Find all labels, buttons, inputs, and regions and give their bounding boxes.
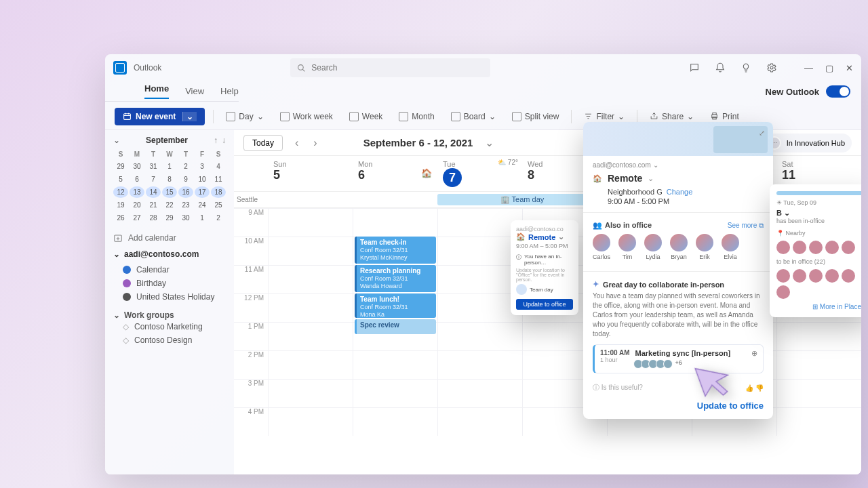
thumbs-down[interactable]: 👎 <box>755 384 764 392</box>
mini-cal-day[interactable]: 15 <box>162 186 177 198</box>
new-outlook-toggle[interactable] <box>826 85 850 98</box>
mini-cal-day[interactable]: 13 <box>130 186 144 198</box>
search-box[interactable] <box>290 58 490 77</box>
person-avatar[interactable]: Elvia <box>722 234 739 260</box>
tab-view[interactable]: View <box>185 86 204 96</box>
mini-cal-day[interactable]: 10 <box>195 174 210 185</box>
range-dropdown[interactable]: ⌄ <box>485 136 494 149</box>
mini-cal-day[interactable]: 29 <box>113 161 128 172</box>
calendar-item[interactable]: Calendar <box>113 263 226 277</box>
work-groups-header[interactable]: ⌄ Work groups <box>113 310 226 320</box>
mini-cal-day[interactable]: 5 <box>113 174 128 185</box>
date-range[interactable]: September 6 - 12, 2021 <box>363 137 473 148</box>
group-item[interactable]: ◇Contoso Design <box>113 333 226 347</box>
view-week[interactable]: Week <box>345 109 387 124</box>
add-person-icon[interactable]: ⊕ <box>751 349 757 358</box>
team-day-banner[interactable]: 🏢 Team day <box>437 194 607 205</box>
mini-cal-next[interactable]: ↓ <box>222 136 226 145</box>
more-in-places-link[interactable]: ⊞ More in Places <box>776 303 861 310</box>
calendar-event[interactable]: Research planningConf Room 32/31Wanda Ho… <box>355 265 436 292</box>
mini-cal-day[interactable]: 1 <box>162 161 177 172</box>
meeting-card[interactable]: 11:00 AM 1 hour Marketing sync [In-perso… <box>593 344 764 373</box>
view-month[interactable]: Month <box>395 109 438 124</box>
mini-cal-day[interactable]: 11 <box>211 174 226 185</box>
mini-cal-chevron[interactable]: ⌄ <box>113 136 120 145</box>
mini-cal-day[interactable]: 22 <box>162 199 177 211</box>
mini-cal-day[interactable]: 4 <box>211 161 226 172</box>
search-input[interactable] <box>311 63 484 73</box>
mini-cal-day[interactable]: 31 <box>146 161 161 172</box>
mini-cal-day[interactable]: 12 <box>113 186 128 198</box>
calendar-item[interactable]: Birthday <box>113 277 226 290</box>
mini-cal-day[interactable]: 30 <box>130 161 144 172</box>
change-link[interactable]: Change <box>667 188 693 196</box>
calendar-event[interactable]: Team lunch!Conf Room 32/31Mona Ka <box>355 293 436 318</box>
tips-icon[interactable] <box>741 62 751 73</box>
person-avatar[interactable]: Bryan <box>670 234 688 260</box>
mini-cal-day[interactable]: 7 <box>146 174 161 185</box>
mini-cal-day[interactable]: 28 <box>146 212 161 224</box>
mini-cal-day[interactable]: 2 <box>178 161 193 172</box>
day-column[interactable] <box>437 208 522 436</box>
thumbs-up[interactable]: 👍 <box>745 384 753 392</box>
person-avatar[interactable]: Carlos <box>593 234 610 260</box>
tooltip-update-button[interactable]: Update to office <box>516 299 573 310</box>
mini-cal-day[interactable]: 29 <box>162 212 177 224</box>
bell-icon[interactable] <box>715 62 726 73</box>
view-board[interactable]: Board⌄ <box>447 109 500 124</box>
maximize-button[interactable]: ▢ <box>825 63 833 73</box>
mini-cal-day[interactable]: 18 <box>211 186 226 198</box>
day-column[interactable]: Team check-inConf Room 32/31Krystal McKi… <box>353 208 437 436</box>
mini-cal-day[interactable]: 16 <box>178 186 193 198</box>
new-event-button[interactable]: New event ⌄ <box>115 108 205 125</box>
calendar-event[interactable]: Team check-inConf Room 32/31Krystal McKi… <box>355 237 436 264</box>
new-event-dropdown[interactable]: ⌄ <box>182 112 197 121</box>
mini-calendar[interactable]: SMTWTFS293031123456789101112131415161718… <box>113 149 226 224</box>
view-split[interactable]: Split view <box>508 109 564 124</box>
mini-cal-day[interactable]: 6 <box>130 174 144 185</box>
mini-cal-day[interactable]: 24 <box>195 199 210 211</box>
mini-cal-day[interactable]: 9 <box>178 174 193 185</box>
account-header[interactable]: ⌄ aadi@contoso.com <box>113 249 226 259</box>
mini-cal-day[interactable]: 27 <box>130 212 144 224</box>
day-header[interactable]: ⛅ 72°Tue7 <box>437 156 522 191</box>
mini-cal-day[interactable]: 19 <box>113 199 128 211</box>
mini-cal-day[interactable]: 30 <box>178 212 193 224</box>
mini-cal-day[interactable]: 14 <box>146 186 161 198</box>
view-day[interactable]: Day⌄ <box>222 109 267 124</box>
mini-cal-day[interactable]: 26 <box>113 212 128 224</box>
expand-icon[interactable]: ⤢ <box>759 129 765 138</box>
day-header[interactable]: Mon6🏠 <box>353 156 437 191</box>
view-workweek[interactable]: Work week <box>276 109 337 124</box>
mini-cal-day[interactable]: 2 <box>211 212 226 224</box>
person-avatar[interactable]: Tim <box>618 234 636 260</box>
see-more-link[interactable]: See more ⧉ <box>728 222 764 230</box>
mini-cal-day[interactable]: 23 <box>178 199 193 211</box>
today-button[interactable]: Today <box>243 135 283 151</box>
calendar-event[interactable]: Spec review <box>355 319 436 334</box>
mini-cal-day[interactable]: 21 <box>146 199 161 211</box>
day-column[interactable] <box>268 208 353 436</box>
mode-dropdown[interactable]: ⌄ <box>648 174 654 183</box>
mini-cal-day[interactable]: 3 <box>195 161 210 172</box>
mini-cal-day[interactable]: 25 <box>211 199 226 211</box>
minimize-button[interactable]: — <box>804 63 813 73</box>
add-calendar[interactable]: Add calendar <box>113 233 226 243</box>
mini-cal-day[interactable]: 20 <box>130 199 144 211</box>
person-avatar[interactable]: Erik <box>696 234 713 260</box>
tab-home[interactable]: Home <box>144 83 169 99</box>
group-item[interactable]: ◇Contoso Marketing <box>113 320 226 333</box>
person-avatar[interactable]: Lydia <box>644 234 662 260</box>
mini-cal-day[interactable]: 1 <box>195 212 210 224</box>
mini-cal-day[interactable]: 17 <box>195 186 210 198</box>
tab-help[interactable]: Help <box>220 86 239 96</box>
mini-cal-prev[interactable]: ↑ <box>214 136 218 145</box>
chat-icon[interactable] <box>689 62 700 73</box>
update-to-office-link[interactable]: Update to office <box>583 396 773 419</box>
prev-week[interactable]: ‹ <box>292 137 301 149</box>
mini-cal-day[interactable]: 8 <box>162 174 177 185</box>
next-week[interactable]: › <box>311 137 319 149</box>
day-header[interactable]: Sun5 <box>268 156 353 191</box>
calendar-item[interactable]: United States Holiday <box>113 290 226 304</box>
settings-icon[interactable] <box>766 62 777 73</box>
